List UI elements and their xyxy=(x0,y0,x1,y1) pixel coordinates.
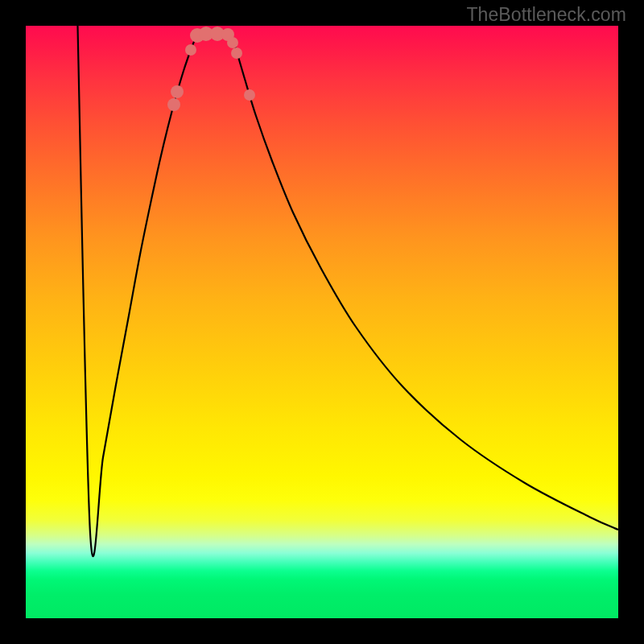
marker-dot xyxy=(185,44,196,56)
marker-dot xyxy=(244,89,255,101)
marker-dot xyxy=(171,85,184,98)
marker-dot xyxy=(227,37,238,48)
marker-dot xyxy=(231,47,242,59)
watermark-text: TheBottleneck.com xyxy=(466,4,626,26)
marker-dot xyxy=(167,98,180,111)
chart-curve xyxy=(26,26,618,618)
